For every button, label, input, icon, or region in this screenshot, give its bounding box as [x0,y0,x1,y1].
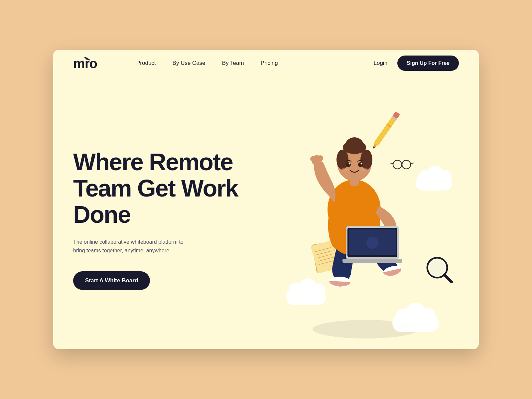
svg-point-40 [429,260,445,276]
svg-point-63 [361,163,362,165]
hero-illustration [285,90,459,349]
hero-title: Where Remote Team Get Work Done [73,149,285,228]
nav-right: Login Sign Up For Free [373,56,459,71]
svg-point-60 [346,162,351,167]
svg-line-37 [390,163,393,164]
svg-rect-52 [342,259,402,263]
svg-point-58 [336,150,348,170]
navbar: m ro i i Product By Use Case By Team Pri… [53,50,479,76]
nav-by-team[interactable]: By Team [222,60,244,66]
svg-point-53 [366,237,378,249]
svg-point-48 [317,155,323,161]
svg-line-38 [411,163,414,164]
svg-point-17 [421,308,436,323]
nav-product[interactable]: Product [136,60,156,66]
nav-pricing[interactable]: Pricing [261,60,278,66]
svg-point-59 [360,150,372,170]
hero-content: Where Remote Team Get Work Done The onli… [73,149,285,290]
svg-line-41 [445,275,452,282]
svg-point-9 [312,283,325,297]
logo-icon: m ro i i [73,55,110,71]
hero-section: Where Remote Team Get Work Done The onli… [53,76,479,349]
svg-point-13 [440,170,452,182]
svg-point-35 [402,160,411,169]
start-whiteboard-button[interactable]: Start A White Board [73,271,150,290]
browser-window: m ro i i Product By Use Case By Team Pri… [53,50,479,349]
signup-button[interactable]: Sign Up For Free [397,56,459,71]
svg-point-65 [360,168,367,172]
login-button[interactable]: Login [373,60,387,66]
svg-point-62 [349,163,350,165]
svg-text:m: m [73,56,85,71]
nav-links: Product By Use Case By Team Pricing [136,60,373,66]
hero-scene-svg [263,93,469,349]
svg-point-64 [342,168,348,172]
hero-subtitle: The online collaborative whiteboard plat… [73,238,186,255]
nav-by-use-case[interactable]: By Use Case [173,60,205,66]
svg-point-61 [358,162,363,167]
svg-point-34 [393,160,402,169]
logo[interactable]: m ro i i [73,55,110,71]
